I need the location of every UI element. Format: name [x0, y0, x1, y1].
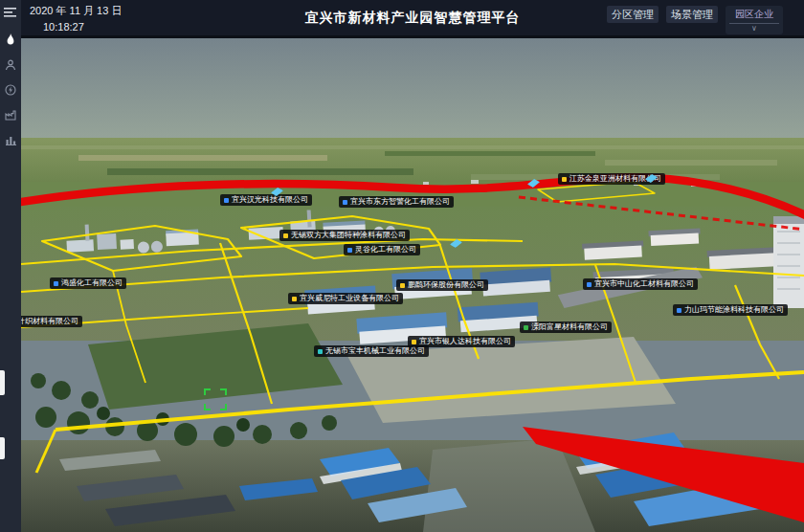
dropdown-label: 园区企业 — [729, 8, 779, 24]
fire-icon — [5, 33, 16, 47]
sidebar — [0, 0, 21, 532]
company-label-text: 力山玛节能涂料科技有限公司 — [684, 306, 784, 314]
map-label-layer: 宜兴汉光科技有限公司宜兴市东方智警化工有限公司江苏金泉亚洲材料有限公司无锡双方大… — [21, 38, 804, 532]
company-icon — [412, 340, 416, 344]
company-icon — [224, 198, 229, 203]
company-label-text: 宜兴汉光科技有限公司 — [232, 196, 308, 204]
company-label[interactable]: 宜兴市中山化工材料有限公司 — [583, 278, 698, 290]
person-icon — [5, 59, 16, 71]
company-label-text: 宜兴威尼特工业设备有限公司 — [300, 295, 399, 302]
factory-icon — [5, 109, 17, 121]
park-enterprise-dropdown[interactable]: 园区企业 ∨ — [726, 6, 783, 34]
blue-marker[interactable] — [527, 179, 540, 188]
company-label-text: 鸿盛化工有限公司 — [61, 279, 123, 287]
company-icon — [562, 177, 567, 182]
sidebar-item-power[interactable] — [0, 78, 21, 102]
sidebar-item-fire[interactable] — [0, 28, 21, 53]
company-label[interactable]: 纺织针织材料有限公司 — [21, 316, 82, 327]
company-icon — [347, 248, 352, 253]
company-label[interactable]: 宜兴威尼特工业设备有限公司 — [288, 293, 403, 304]
company-icon — [524, 325, 528, 330]
sidebar-item-menu[interactable] — [0, 3, 21, 22]
company-icon — [400, 283, 405, 288]
app: 2020 年 11 月 13 日 10:18:27 宜兴市新材料产业园智慧管理平… — [0, 0, 804, 532]
scene-manage-button[interactable]: 场景管理 — [666, 6, 718, 23]
company-label[interactable]: 宜兴市东方智警化工有限公司 — [339, 196, 454, 208]
clipped-panel — [0, 437, 5, 459]
sidebar-item-person[interactable] — [0, 53, 21, 78]
company-icon — [283, 233, 288, 238]
company-icon — [54, 281, 58, 286]
company-label[interactable]: 溧阳富星材料有限公司 — [520, 321, 612, 333]
company-label-text: 灵谷化工有限公司 — [355, 246, 416, 254]
menu-icon — [4, 7, 17, 18]
company-label-text: 鹏鹞环保股份有限公司 — [408, 281, 484, 289]
company-label[interactable]: 鸿盛化工有限公司 — [50, 277, 126, 289]
topbar: 2020 年 11 月 13 日 10:18:27 宜兴市新材料产业园智慧管理平… — [21, 0, 804, 38]
company-label-text: 宜兴市银人达科技有限公司 — [419, 338, 511, 345]
bar-chart-icon — [5, 134, 17, 145]
company-label-text: 无锡市宝丰机械工业有限公司 — [325, 347, 425, 355]
company-icon — [343, 200, 347, 205]
company-label-text: 纺织针织材料有限公司 — [21, 318, 78, 325]
company-label[interactable]: 宜兴汉光科技有限公司 — [220, 194, 312, 206]
company-label[interactable]: 无锡双方大集团特种涂料有限公司 — [279, 230, 410, 241]
chevron-down-icon: ∨ — [729, 24, 779, 33]
main-area: 2020 年 11 月 13 日 10:18:27 宜兴市新材料产业园智慧管理平… — [21, 0, 804, 532]
clipped-panel — [0, 370, 5, 395]
company-label[interactable]: 鹏鹞环保股份有限公司 — [396, 279, 488, 291]
sidebar-item-statistics[interactable] — [0, 127, 21, 152]
company-icon — [587, 282, 592, 287]
company-icon — [677, 308, 681, 313]
company-label-text: 无锡双方大集团特种涂料有限公司 — [291, 232, 406, 239]
company-icon — [318, 349, 323, 354]
company-label[interactable]: 力山玛节能涂料科技有限公司 — [673, 304, 788, 316]
company-label[interactable]: 无锡市宝丰机械工业有限公司 — [314, 345, 429, 357]
sidebar-item-factory[interactable] — [0, 102, 21, 127]
company-label-text: 宜兴市东方智警化工有限公司 — [350, 198, 450, 206]
company-label[interactable]: 灵谷化工有限公司 — [344, 244, 420, 255]
company-label-text: 宜兴市中山化工材料有限公司 — [594, 280, 694, 288]
blue-marker[interactable] — [450, 239, 462, 248]
power-icon — [5, 84, 16, 96]
map-view[interactable]: 宜兴汉光科技有限公司宜兴市东方智警化工有限公司江苏金泉亚洲材料有限公司无锡双方大… — [21, 38, 804, 532]
company-icon — [292, 297, 297, 301]
topbar-actions: 分区管理 场景管理 园区企业 ∨ — [607, 6, 783, 34]
company-label-text: 溧阳富星材料有限公司 — [531, 323, 608, 331]
zone-manage-button[interactable]: 分区管理 — [607, 6, 659, 23]
